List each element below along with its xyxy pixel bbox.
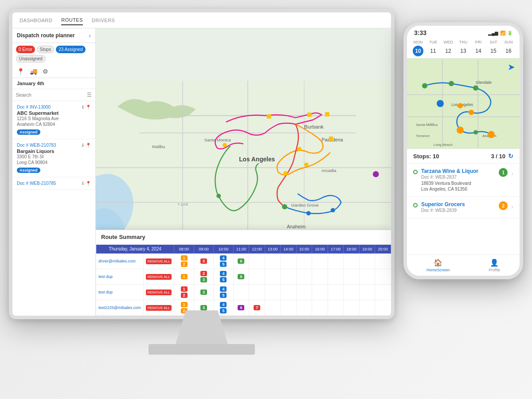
day-number: 13 (458, 46, 469, 56)
svg-text:Arcadia: Arcadia (321, 168, 336, 173)
navigate-arrow-icon[interactable]: ➤ (508, 62, 515, 72)
calendar-day[interactable]: Sun 16 (503, 40, 514, 56)
time-slot: 19:00 (359, 245, 375, 254)
delivery-status-badge: Assigned (17, 168, 40, 173)
svg-point-45 (422, 83, 427, 89)
delivery-address: 3300 E 7th St Long CA 90804 (17, 154, 91, 165)
sidebar-collapse-button[interactable]: ‹ (89, 32, 91, 39)
svg-point-47 (473, 86, 478, 91)
phone-map-svg: Glendale Los Angeles Santa Monica Torran… (407, 58, 520, 149)
map-area[interactable]: Burbank Pasadena Los Angeles Arcadia San… (96, 28, 391, 316)
sidebar-header: Dispatch route planner ‹ (12, 28, 95, 43)
nav-item-home[interactable]: 🏠 HomeScreen (426, 258, 450, 272)
phone-bottom-nav: 🏠 HomeScreen 👤 Profile (407, 254, 520, 276)
info-icon[interactable]: ℹ (82, 143, 84, 148)
stop-chip: 2 (200, 271, 207, 276)
delivery-doc-number: Doc # WEB-210785 ℹ 📍 (17, 181, 91, 186)
tab-dashboard[interactable]: DASHBOARD (20, 16, 52, 25)
delivery-item[interactable]: Doc # WEB-210783 ℹ 📍 Bargain Liquors 330… (12, 139, 95, 177)
stop-chip: 4 (220, 302, 227, 307)
day-number: 16 (503, 46, 514, 56)
delivery-doc-icons: ℹ 📍 (82, 181, 91, 186)
stop-chip: 4 (220, 271, 227, 276)
filter-stops[interactable]: Stops (37, 46, 55, 53)
stop-chip: 6 (238, 274, 244, 279)
refresh-icon[interactable]: ↻ (508, 153, 513, 160)
svg-text:Malibu: Malibu (152, 144, 165, 149)
stop-chip: 3 (200, 305, 207, 310)
delivery-name: ABC Supermarket (17, 110, 91, 116)
time-slot: 11:00 (233, 245, 249, 254)
battery-icon: 🔋 (507, 31, 512, 35)
phone-time: 3:33 (414, 29, 426, 36)
tab-drivers[interactable]: DRIVERS (92, 16, 115, 25)
info-icon[interactable]: ℹ (82, 105, 84, 110)
nav-label-home: HomeScreen (426, 268, 450, 272)
svg-point-46 (449, 81, 454, 86)
delivery-item[interactable]: Doc # WEB-210785 ℹ 📍 (12, 177, 95, 190)
map-pin-icon[interactable]: 📍 (86, 105, 91, 110)
map-pin-icon[interactable]: 📍 (86, 143, 91, 148)
location-pin-icon[interactable]: 📍 (17, 68, 24, 75)
calendar-day[interactable]: Thu 13 (458, 40, 469, 56)
time-slot: 18:00 (344, 245, 360, 254)
day-name: Sun (504, 40, 512, 44)
svg-text:+ LAX: + LAX (177, 202, 188, 207)
remove-all-button[interactable]: REMOVE ALL (146, 258, 172, 264)
tab-routes[interactable]: ROUTES (61, 16, 83, 25)
calendar-day[interactable]: Fri 14 (473, 40, 484, 56)
filter-assigned[interactable]: 23 Assigned (56, 46, 86, 53)
filter-unassigned[interactable]: Unassigned (16, 55, 46, 63)
svg-text:+ LAX: + LAX (426, 122, 434, 125)
time-slot: 08:00 (174, 245, 194, 254)
delivery-status-badge: Assigned (17, 129, 40, 135)
remove-all-button[interactable]: REMOVE ALL (146, 274, 172, 280)
svg-rect-20 (267, 114, 271, 119)
svg-text:Burbank: Burbank (304, 124, 324, 129)
sidebar-title: Dispatch route planner (17, 32, 75, 39)
stop-chip: 6 (238, 305, 244, 310)
filter-icon[interactable]: ☰ (87, 92, 92, 98)
stop-chip: 3 (200, 258, 207, 264)
phone-delivery-item[interactable]: Tarzana Wine & Liquor Doc #: WEB-2837 18… (407, 164, 520, 197)
delivery-list: Doc # INV-13000 ℹ 📍 ABC Supermarket 1216… (12, 101, 95, 316)
calendar-day[interactable]: Sat 15 (488, 40, 499, 56)
stop-chip: 4 (220, 255, 227, 261)
calendar-day[interactable]: Wed 12 (443, 40, 454, 56)
phone-delivery-doc: Doc #: WEB-2839 (421, 208, 495, 213)
phone-map[interactable]: Glendale Los Angeles Santa Monica Torran… (407, 58, 520, 149)
stops-progress: 3 / 10 ↻ (491, 153, 513, 160)
wifi-icon: 📶 (500, 31, 505, 35)
remove-all-button[interactable]: REMOVE ALL (146, 289, 172, 295)
day-name: Tue (429, 40, 437, 44)
svg-point-52 (488, 131, 495, 138)
truck-icon[interactable]: 🚚 (30, 68, 37, 75)
info-icon[interactable]: ℹ (82, 181, 84, 186)
search-input[interactable] (16, 92, 84, 98)
date-label: January 4th (12, 78, 95, 89)
svg-text:Santa Monica: Santa Monica (204, 137, 231, 142)
filter-error[interactable]: 0 Error (16, 46, 35, 53)
delivery-doc-number: Doc # WEB-210783 ℹ 📍 (17, 143, 91, 148)
stop-chip: 1 (181, 274, 188, 279)
calendar-day[interactable]: Mon 10 (413, 40, 423, 56)
calendar-day[interactable]: Tue 11 (428, 40, 438, 56)
phone-delivery-item[interactable]: Superior Grocers Doc #: WEB-2839 2 › (407, 197, 520, 219)
monitor-base (149, 344, 255, 355)
remove-all-button[interactable]: REMOVE ALL (146, 305, 172, 311)
phone-delivery-badge: 2 (499, 201, 508, 210)
sidebar-filters: 0 Error Stops 23 Assigned Unassigned (12, 43, 95, 65)
settings-icon[interactable]: ⚙ (43, 68, 48, 75)
nav-item-profile[interactable]: 👤 Profile (489, 258, 500, 272)
delivery-item[interactable]: Doc # INV-13000 ℹ 📍 ABC Supermarket 1216… (12, 101, 95, 139)
stop-chip: 5 (220, 308, 227, 313)
svg-text:Torrance: Torrance (416, 134, 430, 138)
map-pin-icon[interactable]: 📍 (86, 181, 91, 186)
delivery-status-dot (413, 170, 418, 174)
delivery-doc-icons: ℹ 📍 (82, 105, 91, 110)
delivery-address: 1216 S Magnolia Ave Anaheim CA 92804 (17, 116, 91, 127)
stop-chip: 2 (181, 293, 188, 298)
day-name: Mon (414, 40, 423, 44)
day-name: Wed (444, 40, 453, 44)
svg-point-49 (458, 103, 463, 109)
